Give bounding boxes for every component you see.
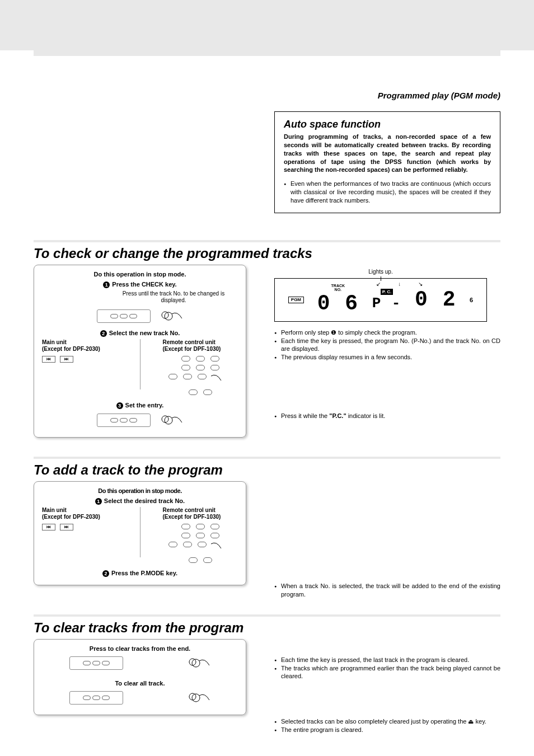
remote-unit-sub: (Except for DPF-1030) (163, 514, 221, 520)
remote-unit-label: Remote control unit (163, 339, 216, 345)
svg-point-2 (162, 416, 168, 422)
pgm-indicator: PGM (288, 297, 304, 303)
press-finger-icon (161, 412, 183, 428)
track-no-label: TRACK NO. (317, 284, 359, 292)
auto-space-box: Auto space function During programming o… (274, 111, 500, 213)
check-change-heading: To check or change the programmed tracks (34, 246, 500, 261)
stop-mode-note: Do this operation in stop mode. (42, 271, 238, 278)
svg-point-4 (189, 659, 196, 665)
page-section-header: Programmed play (PGM mode) (34, 56, 500, 100)
main-unit-label: Main unit (42, 339, 67, 345)
check-note-1: Perform only step ❶ to simply check the … (274, 328, 500, 337)
step-1-icon: 1 (95, 498, 102, 505)
press-finger-icon (210, 370, 232, 386)
step-2-label: Press the P.MODE key. (111, 570, 177, 576)
check-change-steps: Do this operation in stop mode. 1Press t… (34, 265, 246, 438)
press-finger-icon (188, 655, 210, 671)
svg-point-0 (162, 312, 168, 318)
step-3-icon: 3 (116, 402, 123, 409)
main-unit-panel-icon (69, 691, 123, 705)
clear-note-2: The tracks which are programmed earlier … (274, 664, 500, 681)
step-1-label: Press the CHECK key. (112, 281, 176, 288)
clear-note-4: The entire program is cleared. (274, 726, 500, 734)
track-number-display: 0 6 (317, 292, 359, 316)
auto-space-title: Auto space function (284, 119, 491, 130)
press-clear-end-label: Press to clear tracks from the end. (42, 645, 238, 652)
press-finger-icon (210, 538, 232, 554)
main-unit-panel-icon (69, 656, 123, 670)
svg-point-6 (189, 693, 196, 700)
check-note-2: Each time the key is pressed, the progra… (274, 337, 500, 354)
clear-tracks-steps: Press to clear tracks from the end. To c… (34, 639, 246, 715)
check-note-4: Press it while the "P.C." indicator is l… (274, 412, 500, 420)
p-number-display: P - (372, 295, 402, 312)
check-note-3: The previous display resumes in a few se… (274, 353, 500, 361)
seek-buttons-icon: ⏮⏭ (42, 524, 118, 530)
main-unit-sub: (Except for DPF-2030) (42, 514, 100, 520)
clear-all-label: To clear all track. (42, 680, 238, 687)
main-unit-panel-icon (97, 414, 151, 427)
program-number-display: 0 2 (415, 288, 456, 312)
remote-unit-label: Remote control unit (163, 507, 216, 513)
remote-unit-sub: (Except for DPF-1030) (163, 346, 221, 352)
step-1-icon: 1 (103, 281, 110, 288)
add-note-1: When a track No. is selected, the track … (274, 582, 500, 599)
lights-up-label: Lights up. (368, 269, 392, 275)
clear-note-1: Each time the key is pressed, the last t… (274, 656, 500, 664)
digit-six: 6 (470, 297, 473, 303)
step-2-icon: 2 (102, 570, 109, 577)
step-1-label: Select the desired track No. (104, 497, 185, 504)
step-1-note: Press until the track No. to be changed … (109, 290, 238, 304)
step-2-label: Select the new track No. (109, 330, 180, 336)
press-finger-icon (161, 308, 183, 324)
remote-keypad-icon (163, 356, 238, 361)
clear-note-3: Selected tracks can be also completely c… (274, 717, 500, 726)
auto-space-description: During programming of tracks, a non-reco… (284, 133, 491, 174)
pc-indicator: P. C. (381, 289, 394, 295)
step-2-icon: 2 (100, 330, 107, 337)
remote-keypad-icon (163, 524, 238, 529)
add-track-steps: Do this operation in stop mode. 1Select … (34, 481, 246, 585)
main-unit-label: Main unit (42, 507, 67, 513)
add-track-heading: To add a track to the program (34, 462, 500, 478)
main-unit-sub: (Except for DPF-2030) (42, 346, 100, 352)
press-finger-icon (188, 690, 210, 706)
seek-buttons-icon: ⏮⏭ (42, 356, 118, 363)
main-unit-panel-icon (97, 309, 151, 323)
stop-mode-note: Do this operation in stop mode. (42, 487, 238, 494)
clear-tracks-heading: To clear tracks from the program (34, 620, 500, 636)
step-3-label: Set the entry. (125, 402, 164, 408)
auto-space-note: Even when the performances of two tracks… (284, 180, 491, 205)
display-panel: Lights up. ↙ ↓ ↘ PGM TRACK NO. 0 6 P. C.… (274, 278, 487, 322)
